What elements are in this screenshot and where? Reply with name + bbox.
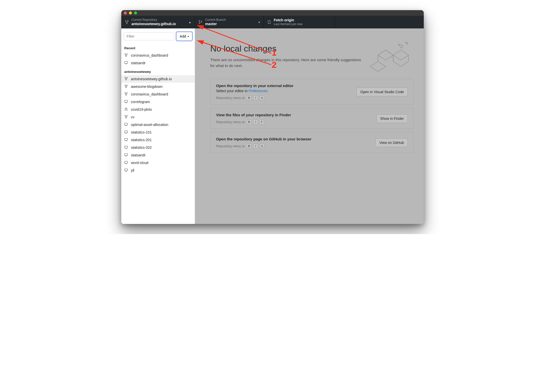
current-repository-selector[interactable]: Current Repository antoinesoetewey.githu… (121, 16, 195, 28)
fork-icon (124, 77, 128, 81)
kbd-key: ⌘ (246, 120, 252, 124)
monitor-icon (124, 145, 128, 150)
svg-point-17 (127, 92, 127, 93)
svg-point-4 (199, 23, 200, 24)
repo-item-label: statsandr (131, 153, 146, 157)
card-title: View the files of your repository in Fin… (216, 113, 291, 117)
svg-rect-24 (125, 123, 127, 125)
kbd-key: ⇧ (253, 95, 258, 100)
svg-rect-29 (125, 161, 127, 163)
repo-item[interactable]: statistics-201 (121, 136, 195, 144)
kbd-key: G (260, 144, 264, 148)
monitor-icon (124, 161, 128, 165)
repo-item-label: statistics-101 (131, 130, 152, 134)
svg-point-8 (126, 56, 127, 57)
svg-rect-27 (125, 146, 127, 148)
svg-point-5 (201, 21, 202, 22)
fork-icon (124, 85, 128, 89)
svg-point-18 (126, 95, 127, 95)
card-action-button[interactable]: Open in Visual Studio Code (356, 88, 408, 96)
svg-rect-9 (125, 61, 127, 63)
fork-icon (124, 53, 128, 57)
repo-item[interactable]: cv (121, 113, 195, 121)
repo-item[interactable]: awesome-blogdown (121, 83, 195, 90)
caret-down-icon: ▾ (259, 21, 260, 24)
card-hint: Repository menu or⌘⇧G (216, 144, 311, 148)
svg-rect-26 (125, 138, 127, 140)
svg-point-13 (125, 85, 126, 86)
card-hint: Repository menu or⌘⇧F (216, 120, 291, 124)
fetch-origin-button[interactable]: Fetch origin Last fetched just now (264, 16, 335, 28)
maximize-icon[interactable] (134, 11, 137, 14)
svg-point-22 (127, 115, 127, 116)
repository-sidebar: Add ▾ Recent coronavirus_dashboardstatsa… (121, 28, 195, 224)
filter-input[interactable] (124, 32, 174, 40)
annotation-number-2: 2 (272, 60, 277, 70)
svg-point-3 (199, 20, 200, 21)
suggestion-cards: Open the repository in your external edi… (210, 79, 414, 153)
preferences-link[interactable]: Preferences (249, 89, 268, 93)
card-title: Open the repository page on GitHub in yo… (216, 137, 311, 141)
svg-point-21 (125, 115, 126, 116)
repo-item-label: word-cloud (131, 161, 148, 165)
empty-state-illustration (368, 41, 414, 72)
svg-point-15 (126, 87, 127, 88)
repo-item[interactable]: optimal-asset-allocation (121, 121, 195, 128)
toolbar: Current Repository antoinesoetewey.githu… (121, 16, 424, 28)
add-repository-button[interactable]: Add ▾ (176, 32, 192, 41)
repo-item[interactable]: yll (121, 167, 195, 174)
repo-item[interactable]: statistics-101 (121, 128, 195, 136)
owner-repo-list: antoinesoetewey.github.ioawesome-blogdow… (121, 75, 195, 174)
repo-item-label: correlogram (131, 100, 150, 104)
kbd-key: F (260, 120, 264, 124)
caret-down-icon: ▾ (188, 35, 189, 38)
repo-item[interactable]: coronavirus_dashboard (121, 52, 195, 59)
svg-rect-30 (125, 169, 127, 171)
annotation-number-1: 1 (272, 48, 277, 58)
repo-fork-icon (125, 20, 129, 24)
svg-rect-28 (125, 154, 127, 156)
repo-item[interactable]: statsandr (121, 59, 195, 67)
svg-rect-25 (125, 131, 127, 133)
svg-point-14 (127, 85, 127, 86)
repo-item[interactable]: word-cloud (121, 159, 195, 167)
svg-rect-19 (125, 100, 127, 102)
kbd-key: ⇧ (253, 144, 258, 148)
main-panel: No local changes There are no uncommitte… (195, 28, 424, 224)
current-branch-selector[interactable]: Current Branch master ▾ (195, 16, 264, 28)
repo-item-label: statsandr (131, 61, 146, 65)
repo-item-label: yll (131, 168, 134, 172)
monitor-icon (124, 61, 128, 65)
card-hint: Repository menu or⌘⇧A (216, 95, 293, 100)
repo-item[interactable]: covid19-plots (121, 106, 195, 113)
repo-item-label: statistics-201 (131, 138, 152, 142)
repo-item[interactable]: antoinesoetewey.github.io (121, 75, 195, 83)
svg-point-6 (125, 54, 126, 54)
repo-item[interactable]: coronavirus_dashboard (121, 90, 195, 98)
repo-item[interactable]: statsandr (121, 151, 195, 159)
svg-point-16 (125, 92, 126, 93)
page-subtitle: There are no uncommitted changes in this… (210, 57, 363, 69)
close-icon[interactable] (124, 11, 127, 14)
owner-section-title: antoinesoetewey (121, 67, 195, 75)
svg-point-11 (127, 77, 127, 78)
card-action-button[interactable]: View on GitHub (375, 138, 408, 147)
repo-item-label: covid19-plots (131, 107, 152, 111)
svg-point-1 (127, 20, 128, 21)
fetch-label: Fetch origin (274, 18, 302, 22)
repo-item-label: optimal-asset-allocation (131, 123, 168, 127)
kbd-key: ⇧ (253, 120, 258, 124)
monitor-icon (124, 138, 128, 142)
app-window: Current Repository antoinesoetewey.githu… (121, 10, 424, 224)
minimize-icon[interactable] (129, 11, 132, 14)
kbd-key: ⌘ (246, 95, 252, 100)
repo-item[interactable]: correlogram (121, 98, 195, 106)
repo-item[interactable]: statistics-202 (121, 144, 195, 151)
repo-item-label: coronavirus_dashboard (131, 92, 168, 96)
svg-point-0 (125, 20, 126, 21)
card-action-button[interactable]: Show in Finder (376, 114, 408, 123)
card-title: Open the repository in your external edi… (216, 84, 293, 88)
suggestion-card: Open the repository in your external edi… (210, 79, 414, 105)
repo-item-label: coronavirus_dashboard (131, 53, 168, 57)
repo-label: Current Repository (131, 18, 176, 22)
